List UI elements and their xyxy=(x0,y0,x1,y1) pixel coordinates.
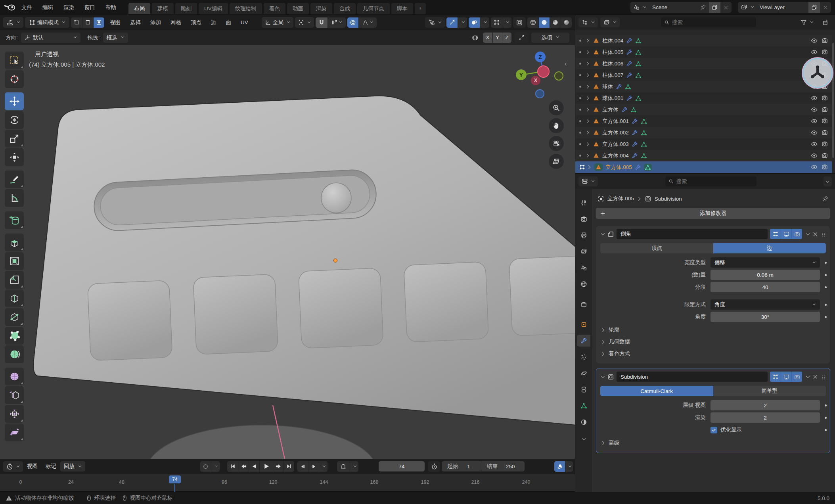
mesh-data-icon[interactable] xyxy=(641,153,647,159)
modifier-wrench-icon[interactable] xyxy=(626,38,632,44)
mode-dropdown[interactable]: 编辑模式 xyxy=(25,17,69,28)
viewlayer-selector[interactable]: ViewLayer xyxy=(738,2,831,13)
select-mode-edge[interactable] xyxy=(82,17,93,28)
nav-tab-scene[interactable] xyxy=(577,262,590,274)
hide-eye-icon[interactable] xyxy=(811,95,818,102)
bevel-render-toggle[interactable] xyxy=(791,229,802,239)
play-button[interactable] xyxy=(259,461,273,472)
subdivision-realtime-toggle[interactable] xyxy=(781,372,791,382)
optimal-display-checkbox[interactable] xyxy=(711,427,717,433)
render-visibility-icon[interactable] xyxy=(822,164,828,170)
nav-tab-object-data[interactable] xyxy=(577,400,590,412)
collapse-icon[interactable] xyxy=(601,231,605,235)
snap-base-button[interactable] xyxy=(515,32,528,43)
new-viewlayer-button[interactable] xyxy=(808,2,820,13)
menu-add[interactable]: 添加 xyxy=(146,17,165,28)
tab-catmull-clark[interactable]: Catmull-Clark xyxy=(600,386,713,396)
animate-dot[interactable] xyxy=(825,404,827,406)
tab-geometry-nodes[interactable]: 几何节点 xyxy=(357,3,390,14)
nav-tab-render[interactable] xyxy=(577,213,590,225)
tool-select-box[interactable] xyxy=(5,52,24,69)
modifier-wrench-icon[interactable] xyxy=(626,49,632,56)
select-mode-vertex[interactable] xyxy=(71,17,82,28)
transform-orientation-dropdown[interactable]: 全局 xyxy=(262,17,293,28)
section-advanced[interactable]: 高级 xyxy=(599,437,827,449)
render-visibility-icon[interactable] xyxy=(822,95,828,101)
mesh-data-icon[interactable] xyxy=(641,130,647,136)
bevel-tab-edges[interactable]: 边 xyxy=(713,243,826,253)
modifier-wrench-icon[interactable] xyxy=(632,141,638,148)
menu-uv[interactable]: UV xyxy=(237,17,252,28)
overlays-dropdown[interactable] xyxy=(480,17,489,28)
tab-animation[interactable]: 动画 xyxy=(287,3,309,14)
show-gizmo-toggle[interactable] xyxy=(446,17,458,28)
mesh-edit-overlay-dropdown[interactable] xyxy=(502,17,511,28)
tool-options-dropdown[interactable]: 选项 xyxy=(531,33,569,43)
levels-viewport-slider[interactable]: 2 xyxy=(711,400,820,410)
tab-simple[interactable]: 简单型 xyxy=(713,386,826,396)
tool-move[interactable] xyxy=(5,92,24,110)
playback-sync-button[interactable] xyxy=(554,461,565,472)
xray-toggle[interactable] xyxy=(513,17,526,28)
jump-to-start-button[interactable] xyxy=(227,461,238,472)
outliner-row[interactable]: 立方体 xyxy=(575,104,832,115)
menu-edge[interactable]: 边 xyxy=(207,17,220,28)
nav-strip-more[interactable] xyxy=(577,432,590,444)
current-frame-field[interactable]: 74 xyxy=(379,461,425,471)
mesh-data-icon[interactable] xyxy=(645,164,651,171)
nav-tab-object[interactable] xyxy=(577,318,590,330)
subdivision-editmode-toggle[interactable] xyxy=(770,372,781,382)
nav-tab-modifiers[interactable] xyxy=(577,335,590,347)
mesh-data-icon[interactable] xyxy=(630,107,637,113)
render-visibility-icon[interactable] xyxy=(822,129,828,136)
nav-tab-physics[interactable] xyxy=(577,367,590,379)
outliner-row[interactable]: 球体 xyxy=(575,81,832,92)
zoom-view-button[interactable] xyxy=(549,100,564,115)
viewlayer-name[interactable]: ViewLayer xyxy=(760,4,785,10)
preview-range-dropdown[interactable] xyxy=(350,461,358,472)
hide-eye-icon[interactable] xyxy=(811,141,818,148)
tool-edge-slide[interactable] xyxy=(5,386,24,404)
subdivision-render-toggle[interactable] xyxy=(791,372,802,382)
mesh-edit-overlay-toggle[interactable] xyxy=(491,17,502,28)
breadcrumb-object[interactable]: 立方体.005 xyxy=(607,195,634,202)
drag-mode-dropdown[interactable]: 框选 xyxy=(103,33,128,43)
properties-editor-type-button[interactable] xyxy=(578,176,598,186)
mesh-data-icon[interactable] xyxy=(635,49,642,56)
animate-dot[interactable] xyxy=(825,316,827,318)
render-visibility-icon[interactable] xyxy=(822,37,828,44)
nav-tab-collection[interactable] xyxy=(577,298,590,310)
expand-icon[interactable] xyxy=(585,85,589,89)
outliner-row[interactable]: 柱体.004 xyxy=(575,35,832,46)
render-visibility-icon[interactable] xyxy=(822,49,828,55)
timeline-menu-marker[interactable]: 标记 xyxy=(42,461,60,472)
scene-name[interactable]: Scene xyxy=(652,4,667,10)
gizmo-axis-y[interactable]: Y xyxy=(516,69,527,80)
playback-sync-dropdown[interactable] xyxy=(565,461,573,472)
close-icon[interactable] xyxy=(812,231,818,237)
tab-rendering[interactable]: 渲染 xyxy=(310,3,332,14)
mesh-data-icon[interactable] xyxy=(625,84,631,90)
new-scene-button[interactable] xyxy=(709,2,720,13)
expand-icon[interactable] xyxy=(585,73,589,77)
expand-icon[interactable] xyxy=(585,119,589,123)
outliner-row[interactable]: 立方体.003 xyxy=(575,138,832,150)
gizmo-axis-z[interactable]: Z xyxy=(535,52,546,62)
section-profile[interactable]: 轮廓 xyxy=(599,324,827,336)
render-visibility-icon[interactable] xyxy=(822,106,828,113)
outliner-scrollbar[interactable] xyxy=(832,43,834,158)
bevel-editmode-toggle[interactable] xyxy=(770,229,781,239)
modifier-wrench-icon[interactable] xyxy=(626,61,632,67)
mirror-z-button[interactable]: Z xyxy=(502,33,511,43)
outliner-row[interactable]: 柱体.006 xyxy=(575,58,832,69)
expand-icon[interactable] xyxy=(585,142,589,146)
expand-icon[interactable] xyxy=(585,131,589,135)
tool-poly-build[interactable] xyxy=(5,327,24,345)
tool-add-primitive[interactable] xyxy=(5,211,24,229)
nav-tab-output[interactable] xyxy=(577,229,590,241)
outliner-filter-button[interactable] xyxy=(797,17,817,27)
shading-rendered-button[interactable] xyxy=(561,17,572,28)
editor-type-button[interactable] xyxy=(3,17,23,28)
mesh-data-icon[interactable] xyxy=(635,95,642,102)
properties-search[interactable] xyxy=(665,176,756,186)
